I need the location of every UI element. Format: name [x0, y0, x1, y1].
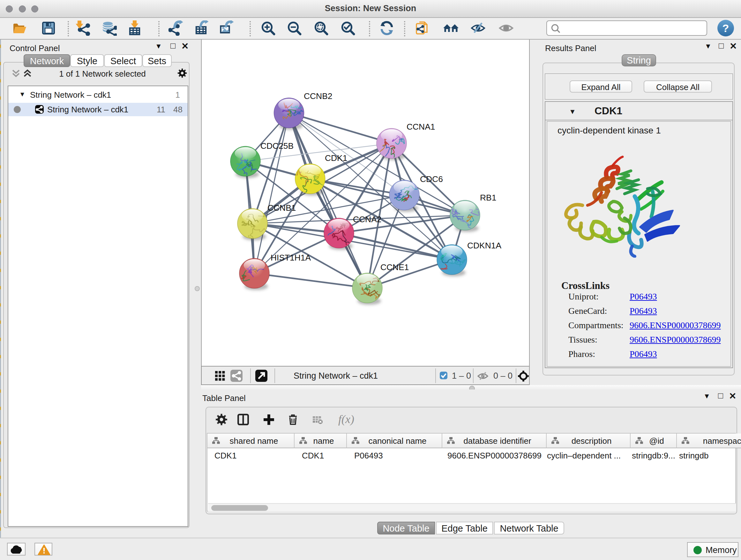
svg-text:?: ?	[723, 22, 729, 34]
svg-text:CDKN1A: CDKN1A	[467, 241, 501, 250]
svg-text:HIST1H1A: HIST1H1A	[271, 253, 311, 262]
svg-text:RB1: RB1	[480, 193, 496, 202]
svg-text:CCNB2: CCNB2	[304, 91, 332, 101]
svg-text:CCNE1: CCNE1	[381, 262, 409, 272]
svg-text:CCNA1: CCNA1	[407, 122, 435, 132]
svg-text:CDC6: CDC6	[420, 174, 443, 184]
svg-text:CCNB1: CCNB1	[267, 203, 296, 212]
svg-text:CDK1: CDK1	[325, 153, 347, 163]
svg-text:CCNA2: CCNA2	[353, 214, 381, 224]
svg-text:CDC25B: CDC25B	[260, 141, 293, 151]
